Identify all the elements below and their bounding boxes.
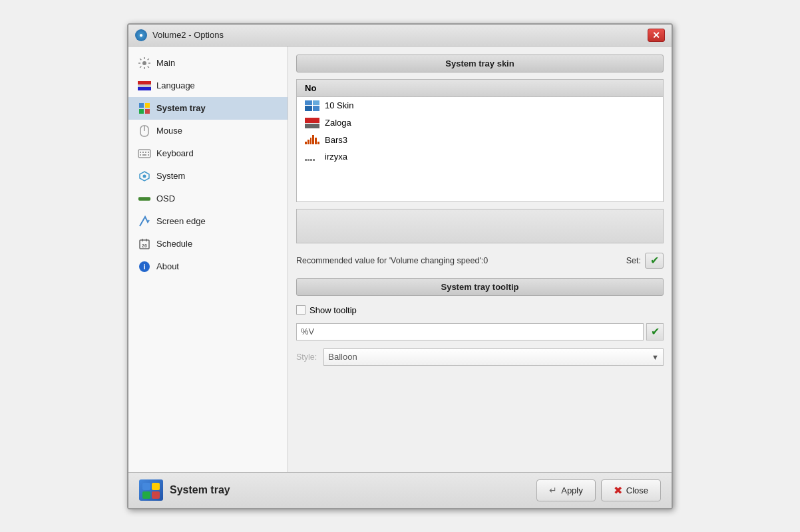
main-icon bbox=[138, 57, 151, 70]
bottom-bar: System tray ↵ Apply ✖ Close bbox=[128, 472, 672, 508]
skin-thumb-bars3 bbox=[305, 135, 319, 144]
show-tooltip-label: Show tooltip bbox=[309, 305, 357, 315]
skin-list-scroll[interactable]: 10 Skin Zaloga bbox=[297, 97, 663, 201]
svg-rect-17 bbox=[148, 154, 149, 156]
svg-rect-14 bbox=[148, 152, 149, 153]
tooltip-value-row: ✔ bbox=[296, 323, 664, 340]
sidebar-label-language: Language bbox=[156, 80, 195, 90]
svg-rect-16 bbox=[142, 154, 146, 156]
close-icon: ✖ bbox=[614, 484, 622, 497]
sidebar-item-main[interactable]: Main bbox=[128, 52, 288, 74]
sidebar-item-about[interactable]: i About bbox=[128, 255, 288, 278]
skin-item-bars3[interactable]: Bars3 bbox=[297, 132, 663, 148]
svg-rect-7 bbox=[145, 109, 150, 114]
svg-rect-19 bbox=[138, 197, 150, 200]
skin-item-zaloga[interactable]: Zaloga bbox=[297, 114, 663, 132]
sidebar-label-keyboard: Keyboard bbox=[156, 148, 194, 158]
set-area: Set: ✔ bbox=[626, 253, 664, 269]
tooltip-section-header: System tray tooltip bbox=[296, 278, 664, 296]
title-bar-left: ● Volume2 - Options bbox=[135, 29, 224, 41]
sidebar: Main Language System tray Mouse bbox=[128, 47, 288, 472]
mouse-icon bbox=[138, 124, 151, 138]
svg-rect-3 bbox=[138, 87, 151, 90]
sidebar-item-system-tray[interactable]: System tray bbox=[128, 97, 288, 120]
apply-label: Apply bbox=[561, 485, 583, 495]
show-tooltip-row: Show tooltip bbox=[296, 303, 664, 318]
skin-label-bars3: Bars3 bbox=[325, 135, 347, 145]
svg-rect-13 bbox=[145, 152, 146, 153]
apply-button[interactable]: ↵ Apply bbox=[536, 479, 596, 501]
sidebar-label-about: About bbox=[156, 261, 179, 271]
svg-rect-26 bbox=[142, 483, 150, 490]
svg-rect-27 bbox=[152, 483, 160, 490]
skin-label-10skin: 10 Skin bbox=[325, 100, 353, 110]
bottom-left: System tray bbox=[139, 479, 230, 501]
svg-rect-5 bbox=[145, 103, 150, 108]
tooltip-value-check-button[interactable]: ✔ bbox=[646, 323, 664, 340]
bottom-buttons: ↵ Apply ✖ Close bbox=[536, 479, 661, 501]
svg-rect-10 bbox=[138, 150, 150, 158]
apply-icon: ↵ bbox=[549, 485, 557, 495]
recommended-row: Recommended value for 'Volume changing s… bbox=[296, 250, 664, 271]
skin-item-10skin[interactable]: 10 Skin bbox=[297, 97, 663, 114]
footer-icon bbox=[139, 479, 163, 501]
app-icon: ● bbox=[135, 29, 147, 41]
skin-preview bbox=[296, 209, 664, 243]
schedule-icon: 26 bbox=[138, 237, 151, 251]
sidebar-item-language[interactable]: Language bbox=[128, 74, 288, 97]
footer-title: System tray bbox=[170, 484, 230, 496]
sidebar-item-schedule[interactable]: 26 Schedule bbox=[128, 233, 288, 255]
sidebar-item-mouse[interactable]: Mouse bbox=[128, 120, 288, 142]
chevron-down-icon: ▼ bbox=[652, 353, 659, 361]
svg-point-0 bbox=[142, 61, 146, 65]
svg-rect-6 bbox=[139, 109, 144, 114]
sidebar-item-system[interactable]: System bbox=[128, 165, 288, 188]
sidebar-item-keyboard[interactable]: Keyboard bbox=[128, 142, 288, 165]
set-check-button[interactable]: ✔ bbox=[645, 253, 664, 269]
style-select[interactable]: Balloon ▼ bbox=[323, 348, 664, 366]
skin-thumb-zaloga bbox=[305, 118, 319, 128]
tooltip-value-input[interactable] bbox=[296, 323, 644, 340]
skin-list: No 10 Skin Zaloga bbox=[296, 79, 664, 202]
set-label: Set: bbox=[626, 256, 641, 265]
svg-rect-15 bbox=[140, 154, 141, 156]
osd-icon bbox=[138, 192, 151, 205]
sidebar-label-main: Main bbox=[156, 58, 175, 68]
style-value: Balloon bbox=[328, 352, 357, 362]
keyboard-icon bbox=[138, 147, 151, 160]
skin-item-irzyxa[interactable]: irzyxa bbox=[297, 148, 663, 165]
show-tooltip-checkbox[interactable] bbox=[296, 305, 305, 315]
system-icon bbox=[138, 170, 151, 183]
skin-thumb-10skin bbox=[305, 100, 319, 111]
close-label: Close bbox=[626, 485, 648, 495]
sidebar-label-schedule: Schedule bbox=[156, 239, 192, 249]
close-button[interactable]: ✖ Close bbox=[601, 479, 661, 501]
sidebar-item-screen-edge[interactable]: Screen edge bbox=[128, 210, 288, 233]
sidebar-label-mouse: Mouse bbox=[156, 126, 182, 136]
sidebar-label-system: System bbox=[156, 171, 185, 181]
skin-label-zaloga: Zaloga bbox=[325, 118, 351, 128]
main-content: System tray skin No 10 Skin Z bbox=[288, 47, 672, 472]
skin-label-irzyxa: irzyxa bbox=[325, 152, 347, 162]
svg-text:i: i bbox=[143, 263, 145, 271]
sidebar-item-osd[interactable]: OSD bbox=[128, 188, 288, 210]
system-tray-icon bbox=[138, 102, 151, 115]
about-icon: i bbox=[138, 260, 151, 273]
language-icon bbox=[138, 79, 151, 92]
sidebar-label-osd: OSD bbox=[156, 194, 175, 203]
sidebar-label-screen-edge: Screen edge bbox=[156, 216, 206, 226]
svg-rect-2 bbox=[138, 84, 151, 87]
window-body: Main Language System tray Mouse bbox=[128, 47, 672, 472]
skin-section-header: System tray skin bbox=[296, 55, 664, 72]
svg-rect-28 bbox=[142, 491, 150, 499]
skin-list-header: No bbox=[297, 80, 663, 97]
skin-thumb-irzyxa bbox=[305, 152, 319, 161]
svg-rect-1 bbox=[138, 81, 151, 84]
tooltip-section: Show tooltip ✔ Style: Balloon ▼ bbox=[296, 303, 664, 368]
window-close-button[interactable]: ✕ bbox=[648, 29, 665, 42]
sidebar-label-system-tray: System tray bbox=[156, 103, 206, 113]
options-window: ● Volume2 - Options ✕ Main Language bbox=[127, 23, 673, 509]
svg-rect-12 bbox=[142, 152, 144, 153]
title-bar: ● Volume2 - Options ✕ bbox=[128, 25, 672, 47]
svg-rect-11 bbox=[140, 152, 141, 153]
